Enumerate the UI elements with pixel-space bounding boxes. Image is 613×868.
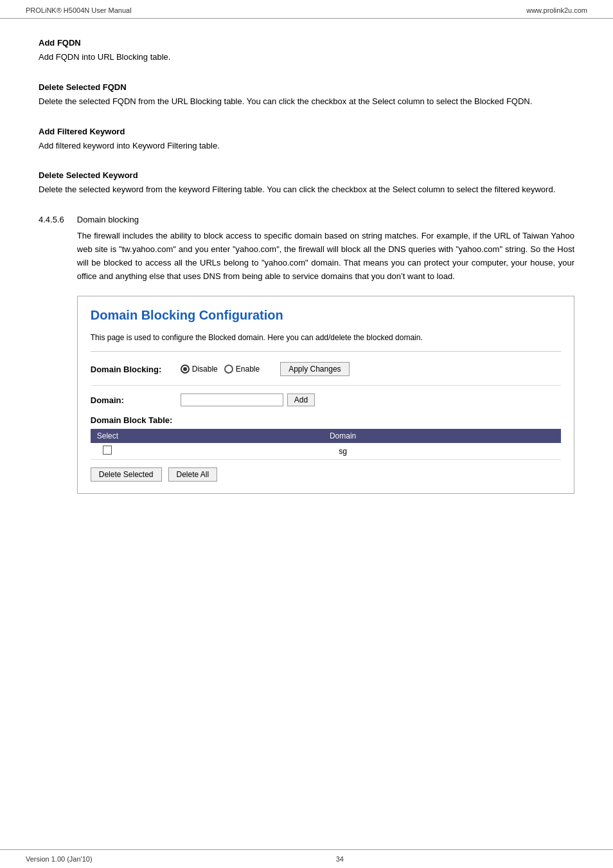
section-body-delete-keyword: Delete the selected keyword from the key… (39, 183, 574, 197)
apply-changes-button[interactable]: Apply Changes (280, 362, 349, 376)
radio-disable-dot (181, 365, 190, 374)
table-header-row: Select Domain (91, 429, 561, 443)
table-row: sg (91, 443, 561, 460)
radio-enable-dot (224, 365, 233, 374)
page-footer: Version 1.00 (Jan'10) 34 (0, 849, 613, 868)
delete-all-button[interactable]: Delete All (168, 467, 218, 482)
section-title-delete-keyword: Delete Selected Keyword (39, 170, 574, 180)
footer-page-number: 34 (336, 855, 344, 863)
section-title-delete-fqdn: Delete Selected FQDN (39, 82, 574, 92)
section-delete-keyword: Delete Selected Keyword Delete the selec… (39, 170, 574, 197)
section-domain-blocking: 4.4.5.6 Domain blocking The firewall inc… (39, 215, 574, 494)
header-left: PROLiNK® H5004N User Manual (26, 6, 132, 14)
add-domain-button[interactable]: Add (287, 393, 315, 406)
domain-blocking-row: Domain Blocking: Disable Enable (91, 362, 561, 376)
section-number: 4.4.5.6 (39, 215, 64, 494)
section-body-delete-fqdn: Delete the selected FQDN from the URL Bl… (39, 95, 574, 109)
domain-section-body: The firewall includes the ability to blo… (77, 230, 574, 283)
domain-blocking-controls: Disable Enable Apply Changes (181, 362, 350, 376)
domain-section-content: Domain blocking The firewall includes th… (77, 215, 574, 494)
table-cell-checkbox (91, 443, 125, 460)
row-checkbox[interactable] (103, 446, 112, 455)
table-action-buttons: Delete Selected Delete All (91, 467, 561, 482)
section-body-add-keyword: Add filtered keyword into Keyword Filter… (39, 140, 574, 153)
delete-selected-button[interactable]: Delete Selected (91, 467, 162, 482)
domain-block-table-title: Domain Block Table: (91, 415, 561, 425)
domain-blocking-config-box: Domain Blocking Configuration This page … (77, 296, 574, 494)
section-title-add-keyword: Add Filtered Keyword (39, 127, 574, 136)
table-header-domain: Domain (125, 429, 561, 443)
radio-disable-option[interactable]: Disable (181, 365, 218, 374)
radio-enable-option[interactable]: Enable (224, 365, 260, 374)
domain-input-row: Domain: Add (91, 393, 561, 406)
table-header-select: Select (91, 429, 125, 443)
section-delete-fqdn: Delete Selected FQDN Delete the selected… (39, 82, 574, 109)
section-add-fqdn: Add FQDN Add FQDN into URL Blocking tabl… (39, 38, 574, 64)
radio-enable-label: Enable (236, 365, 260, 374)
domain-input[interactable] (181, 393, 283, 406)
domain-blocking-label: Domain Blocking: (91, 365, 181, 374)
table-cell-domain: sg (125, 443, 561, 460)
main-content: Add FQDN Add FQDN into URL Blocking tabl… (0, 19, 613, 548)
section-body-add-fqdn: Add FQDN into URL Blocking table. (39, 51, 574, 64)
radio-disable-label: Disable (192, 365, 218, 374)
domain-block-table: Select Domain sg (91, 429, 561, 460)
header-right: www.prolink2u.com (526, 6, 587, 14)
section-add-keyword: Add Filtered Keyword Add filtered keywor… (39, 127, 574, 153)
domain-section-heading: Domain blocking (77, 215, 574, 224)
footer-version: Version 1.00 (Jan'10) (26, 855, 93, 863)
radio-group: Disable Enable (181, 365, 260, 374)
section-title-add-fqdn: Add FQDN (39, 38, 574, 48)
config-box-title: Domain Blocking Configuration (91, 308, 561, 323)
domain-field-label: Domain: (91, 395, 181, 405)
config-box-description: This page is used to configure the Block… (91, 332, 561, 352)
page-header: PROLiNK® H5004N User Manual www.prolink2… (0, 0, 613, 19)
